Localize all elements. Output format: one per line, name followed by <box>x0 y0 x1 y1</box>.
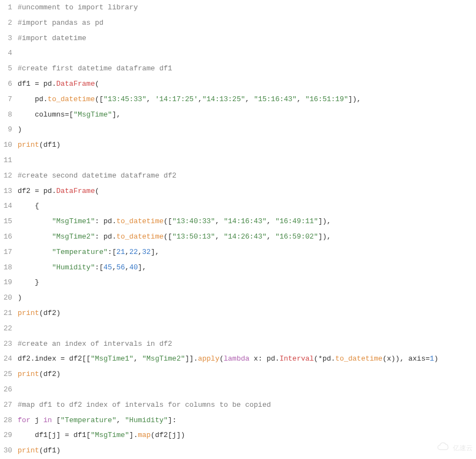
line-number: 10 <box>0 137 12 153</box>
line-number: 14 <box>0 198 12 214</box>
line-number: 3 <box>0 31 12 46</box>
line-number: 15 <box>0 214 12 229</box>
code-line: columns=["MsgTime"], <box>18 107 476 123</box>
line-number: 23 <box>0 336 12 352</box>
line-number: 7 <box>0 92 12 107</box>
code-line: } <box>18 275 476 290</box>
code-line: df1[j] = df1["MsgTime"].map(df2[j]) <box>18 428 476 443</box>
code-line: { <box>18 198 476 214</box>
code-line <box>18 382 476 397</box>
code-line: print(df2) <box>18 306 476 321</box>
line-number: 6 <box>0 76 12 92</box>
code-content[interactable]: #uncomment to import library#import pand… <box>18 0 476 458</box>
line-number: 22 <box>0 321 12 336</box>
line-number: 29 <box>0 428 12 443</box>
code-line: "Humidity":[45,56,40], <box>18 260 476 275</box>
line-number: 19 <box>0 275 12 290</box>
watermark-text: 亿速云 <box>453 444 473 453</box>
code-line: print(df1) <box>18 443 476 458</box>
line-number: 25 <box>0 367 12 382</box>
code-line <box>18 321 476 336</box>
code-line: print(df2) <box>18 367 476 382</box>
line-number: 2 <box>0 15 12 31</box>
code-line: df2.index = df2[["MsgTime1", "MsgTime2"]… <box>18 351 476 367</box>
code-line: df1 = pd.DataFrame( <box>18 76 476 92</box>
watermark: 亿速云 <box>436 443 473 454</box>
line-number: 5 <box>0 61 12 76</box>
code-line: #uncomment to import library <box>18 0 476 15</box>
line-number: 27 <box>0 397 12 413</box>
line-number: 9 <box>0 122 12 137</box>
line-number: 18 <box>0 260 12 275</box>
line-number: 21 <box>0 306 12 321</box>
code-line: #import pandas as pd <box>18 15 476 31</box>
code-line: #import datetime <box>18 31 476 46</box>
line-number: 17 <box>0 245 12 260</box>
code-line: for j in ["Temperature", "Humidity"]: <box>18 413 476 428</box>
line-number: 16 <box>0 229 12 245</box>
code-line: #create first datetime dataframe df1 <box>18 61 476 76</box>
code-line: #map df1 to df2 index of intervals for c… <box>18 397 476 413</box>
code-line: pd.to_datetime(["13:45:33", '14:17:25',"… <box>18 92 476 107</box>
line-number: 28 <box>0 413 12 428</box>
code-line: #create second datetime dataframe df2 <box>18 168 476 184</box>
line-number: 26 <box>0 382 12 397</box>
code-line: ) <box>18 290 476 306</box>
line-number: 30 <box>0 443 12 458</box>
line-number: 4 <box>0 46 12 61</box>
code-line <box>18 46 476 61</box>
code-line: print(df1) <box>18 137 476 153</box>
line-number: 11 <box>0 153 12 168</box>
code-line: df2 = pd.DataFrame( <box>18 184 476 199</box>
line-number: 8 <box>0 107 12 123</box>
code-line <box>18 153 476 168</box>
code-line: "MsgTime2": pd.to_datetime(["13:50:13", … <box>18 229 476 245</box>
code-editor: 1234567891011121314151617181920212223242… <box>0 0 476 458</box>
code-line: "MsgTime1": pd.to_datetime(["13:40:33", … <box>18 214 476 229</box>
line-number: 24 <box>0 351 12 367</box>
code-line: "Temperature":[21,22,32], <box>18 245 476 260</box>
cloud-icon <box>436 443 451 454</box>
code-line: ) <box>18 122 476 137</box>
line-number-gutter: 1234567891011121314151617181920212223242… <box>0 0 18 458</box>
code-line: #create an index of intervals in df2 <box>18 336 476 352</box>
line-number: 12 <box>0 168 12 184</box>
line-number: 20 <box>0 290 12 306</box>
line-number: 1 <box>0 0 12 15</box>
line-number: 13 <box>0 184 12 199</box>
